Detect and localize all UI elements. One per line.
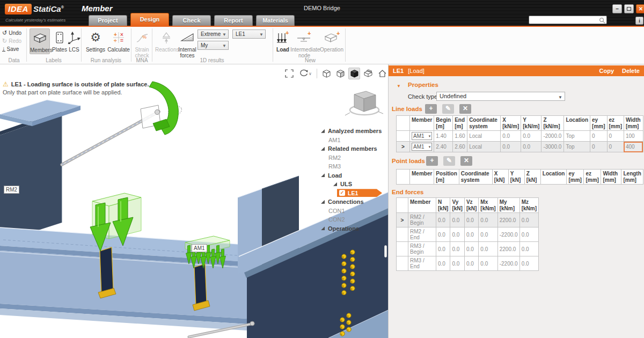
copy-button[interactable]: Copy xyxy=(599,65,614,76)
tree-item-con2[interactable]: CON2 xyxy=(317,215,388,224)
wireframe-view-button[interactable] xyxy=(320,68,332,79)
expander-icon[interactable] xyxy=(321,200,325,204)
table-cell[interactable]: AM1▾ xyxy=(410,142,434,152)
table-cell[interactable]: -2200.0 xyxy=(497,227,519,242)
tree-item-analyzed-members[interactable]: Analyzed members xyxy=(317,127,388,136)
section-view-button[interactable] xyxy=(362,68,374,79)
zoom-fit-button[interactable] xyxy=(283,68,295,79)
new-load-button[interactable]: + Load xyxy=(275,28,290,53)
table-cell[interactable]: 1.60 xyxy=(453,131,467,142)
tab-design[interactable]: Design xyxy=(130,13,169,26)
close-button[interactable]: ✕ xyxy=(636,4,644,13)
table-cell[interactable]: 0.0 xyxy=(450,242,464,256)
table-cell[interactable]: RM3 / Begin xyxy=(408,242,436,256)
table-cell[interactable]: 2200.0 xyxy=(497,242,519,256)
table-cell[interactable]: 0.0 xyxy=(519,227,538,242)
new-intermediate-node-button[interactable]: + Intermediate node xyxy=(290,28,318,58)
table-cell[interactable]: 0 xyxy=(590,131,607,142)
table-cell[interactable]: RM3 / End xyxy=(408,256,436,271)
reactions-button[interactable]: Reactions xyxy=(155,28,178,53)
checkbox-icon[interactable]: ✓ xyxy=(339,190,345,196)
save-button[interactable]: ↓Save xyxy=(2,45,19,53)
table-cell[interactable]: Local xyxy=(467,142,501,152)
table-cell[interactable]: 0.0 xyxy=(519,213,538,227)
table-cell[interactable]: 0.0 xyxy=(501,131,521,142)
table-cell[interactable]: 0.0 xyxy=(464,227,478,242)
maximize-button[interactable] xyxy=(624,4,634,13)
table-cell[interactable]: 0.0 xyxy=(450,256,464,271)
check-type-dropdown[interactable]: Undefined▼ xyxy=(436,92,565,101)
table-cell[interactable]: 0.0 xyxy=(479,256,497,271)
table-cell[interactable]: 0 xyxy=(607,131,624,142)
point-loads-add-button[interactable]: + xyxy=(426,156,438,166)
solid-view-button[interactable] xyxy=(348,68,360,79)
load-case-dropdown[interactable]: LE1▼ xyxy=(232,30,266,39)
info-button[interactable]: i xyxy=(635,17,643,25)
table-cell[interactable]: 400 xyxy=(624,142,643,152)
minimize-button[interactable]: – xyxy=(612,4,622,13)
line-loads-copy-button[interactable]: ✎ xyxy=(442,104,454,114)
table-cell[interactable]: 0.0 xyxy=(521,131,541,142)
settings-button[interactable]: ⚙ Settings xyxy=(85,28,106,53)
table-cell[interactable]: 0.0 xyxy=(450,227,464,242)
table-cell[interactable]: RM2 / Begin xyxy=(408,213,436,227)
table-cell[interactable]: 0.0 xyxy=(479,242,497,256)
table-cell[interactable]: 0.0 xyxy=(479,213,497,227)
delete-button[interactable]: Delete xyxy=(622,65,640,76)
calculate-button[interactable]: +×÷= Calculate xyxy=(107,28,130,53)
table-cell[interactable]: Top xyxy=(564,142,590,152)
plates-button[interactable]: Plates xyxy=(52,28,68,53)
table-cell[interactable]: 0.0 xyxy=(436,213,450,227)
line-loads-add-button[interactable]: + xyxy=(425,104,437,114)
member-dropdown[interactable]: AM1▾ xyxy=(412,132,432,140)
navigation-cube[interactable] xyxy=(345,91,383,115)
members-button[interactable]: Members xyxy=(30,28,50,54)
tree-item-related-members[interactable]: Related members xyxy=(317,144,388,153)
3d-viewport[interactable]: ⚠LE1 - Loading surface is outside of pla… xyxy=(0,64,388,338)
tree-item-am1[interactable]: AM1 xyxy=(317,136,388,145)
search-input[interactable] xyxy=(531,16,598,24)
table-cell[interactable]: RM2 / End xyxy=(408,227,436,242)
expander-icon[interactable] xyxy=(321,147,325,151)
member-dropdown[interactable]: AM1▾ xyxy=(412,143,432,151)
related-member-rm2-beam[interactable] xyxy=(0,100,80,243)
my-dropdown[interactable]: My▼ xyxy=(197,41,229,50)
point-loads-delete-button[interactable]: ✕ xyxy=(460,156,472,166)
line-loads-delete-button[interactable]: ✕ xyxy=(459,104,471,114)
tree-item-load[interactable]: Load xyxy=(317,171,388,180)
table-cell[interactable]: 2.40 xyxy=(434,142,453,152)
tree-item-uls[interactable]: ULS xyxy=(317,180,388,189)
table-cell[interactable]: 0.0 xyxy=(521,142,541,152)
point-loads-copy-button[interactable]: ✎ xyxy=(443,156,455,166)
lcs-button[interactable]: LCS xyxy=(68,28,80,53)
tree-item-rm3[interactable]: RM3 xyxy=(317,162,388,171)
table-cell[interactable]: Top xyxy=(564,131,590,142)
collapse-triangle-icon[interactable]: ▼ xyxy=(397,84,401,89)
table-cell[interactable]: 0.0 xyxy=(450,213,464,227)
tab-materials[interactable]: Materials xyxy=(256,15,295,26)
tab-report[interactable]: Report xyxy=(214,15,253,26)
table-cell[interactable]: 0.0 xyxy=(519,242,538,256)
internal-forces-button[interactable]: Internal forces xyxy=(178,28,197,58)
strain-check-button[interactable]: % Strain check xyxy=(133,28,151,58)
orbit-button[interactable]: ∨ xyxy=(297,68,313,79)
table-cell[interactable]: 0.0 xyxy=(436,242,450,256)
expander-icon[interactable] xyxy=(321,226,325,230)
extreme-dropdown[interactable]: Extreme▼ xyxy=(197,30,229,39)
tree-item-le1[interactable]: ✓LE1 xyxy=(317,189,388,198)
table-cell[interactable]: 2200.0 xyxy=(497,213,519,227)
new-operation-button[interactable]: + Operation xyxy=(319,28,345,53)
expander-icon[interactable] xyxy=(333,182,337,186)
table-cell[interactable]: 0.0 xyxy=(479,227,497,242)
tree-item-con1[interactable]: CON1 xyxy=(317,207,388,216)
table-cell[interactable]: 0 xyxy=(590,142,607,152)
table-cell[interactable]: 0.0 xyxy=(501,142,521,152)
table-cell[interactable]: 0.0 xyxy=(436,256,450,271)
table-cell[interactable]: 100 xyxy=(624,131,643,142)
hidden-line-view-button[interactable] xyxy=(334,68,346,79)
table-cell[interactable]: 0.0 xyxy=(436,227,450,242)
tab-project[interactable]: Project xyxy=(89,15,127,26)
table-cell[interactable]: 0.0 xyxy=(464,256,478,271)
table-cell[interactable]: 2.60 xyxy=(453,142,467,152)
table-cell[interactable]: 0.0 xyxy=(464,213,478,227)
